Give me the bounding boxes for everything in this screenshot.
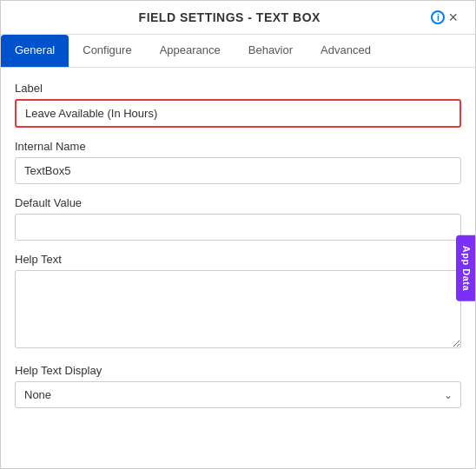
default-value-group: Default Value [15,196,461,241]
help-text-label: Help Text [15,253,461,266]
modal-title-wrapper: FIELD SETTINGS - TEXT BOX i [32,10,445,24]
help-text-display-wrapper: None Tooltip Below Field ⌄ [15,381,461,408]
tab-advanced[interactable]: Advanced [307,35,385,67]
label-input[interactable] [15,99,461,128]
modal-title: FIELD SETTINGS - TEXT BOX [32,10,426,24]
tab-appearance[interactable]: Appearance [146,35,235,67]
info-icon[interactable]: i [431,10,445,24]
label-group: Label [15,82,461,128]
modal-container: FIELD SETTINGS - TEXT BOX i × General Co… [0,0,476,469]
tab-behavior[interactable]: Behavior [235,35,307,67]
modal-header: FIELD SETTINGS - TEXT BOX i × [1,1,475,35]
help-text-display-select[interactable]: None Tooltip Below Field [15,381,461,408]
help-text-group: Help Text [15,253,461,352]
tab-bar: General Configure Appearance Behavior Ad… [1,35,475,68]
default-value-label: Default Value [15,196,461,209]
internal-name-input[interactable] [15,157,461,184]
label-field-label: Label [15,82,461,95]
help-text-textarea[interactable] [15,270,461,348]
tab-general[interactable]: General [1,35,69,67]
help-text-display-group: Help Text Display None Tooltip Below Fie… [15,364,461,408]
default-value-input[interactable] [15,214,461,241]
help-text-display-label: Help Text Display [15,364,461,377]
tab-configure[interactable]: Configure [69,35,145,67]
close-button[interactable]: × [445,10,461,25]
internal-name-label: Internal Name [15,140,461,153]
internal-name-group: Internal Name [15,140,461,184]
modal-body: Label Internal Name Default Value Help T… [1,68,475,468]
app-data-tab[interactable]: App Data [456,234,475,301]
